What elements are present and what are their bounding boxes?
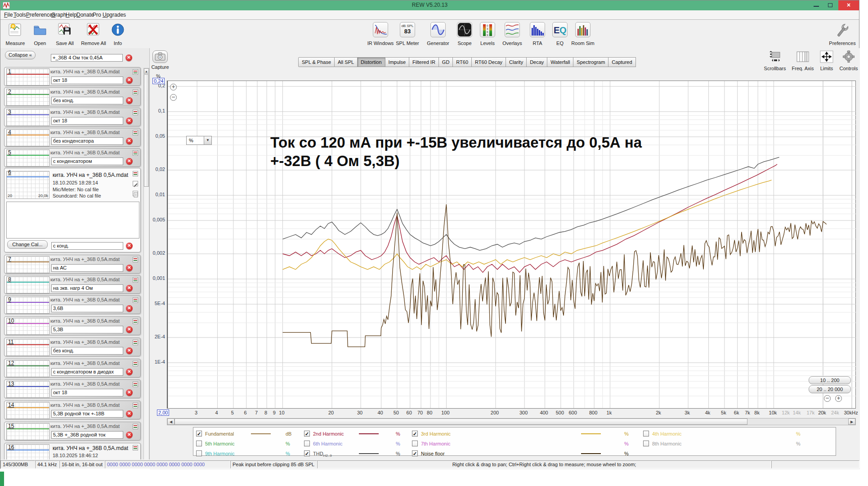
measurement-6-delete-icon[interactable]: ✕: [126, 243, 133, 249]
close-button[interactable]: ×: [838, 0, 859, 10]
measurement-card-10[interactable]: 10кита. УНЧ на +_36В 0,5А.mdat5,3В✕: [4, 316, 141, 335]
measurement-number[interactable]: 1: [8, 68, 11, 75]
menu-graph[interactable]: Graph: [51, 12, 66, 18]
chart-icon[interactable]: [133, 382, 138, 387]
tab-rt60-decay[interactable]: RT60 Decay: [472, 57, 506, 67]
measurement-card-1[interactable]: 1кита. УНЧ на +_36В 0,5А.mdatокт 18✕: [4, 67, 141, 86]
tab-distortion[interactable]: Distortion: [358, 57, 385, 67]
measurement-14-delete-icon[interactable]: ✕: [126, 410, 133, 417]
chart-icon[interactable]: [133, 171, 138, 176]
x-axis-min-box[interactable]: 2,00: [157, 410, 169, 416]
measurement-14-note-input[interactable]: 5,3В родной ток +-18В: [51, 410, 123, 418]
tab-decay[interactable]: Decay: [527, 57, 547, 67]
measurement-12-delete-icon[interactable]: ✕: [126, 369, 133, 375]
measurement-2-note-input[interactable]: без конд.: [51, 97, 123, 104]
measurement-number[interactable]: 9: [8, 297, 11, 303]
measurement-notes-box[interactable]: [6, 202, 139, 238]
measurement-9-delete-icon[interactable]: ✕: [126, 305, 133, 312]
chart-icon[interactable]: [133, 319, 138, 324]
scrollbar-thumb[interactable]: [144, 74, 149, 187]
preferences-button[interactable]: Preferences: [826, 21, 859, 46]
save-all-button[interactable]: Save All: [48, 21, 81, 46]
document-icon[interactable]: [133, 191, 138, 196]
chart-icon[interactable]: [133, 277, 138, 283]
measurement-7-note-input[interactable]: на АС: [51, 264, 123, 272]
measurement-number[interactable]: 4: [8, 129, 11, 135]
measurement-3-delete-icon[interactable]: ✕: [126, 117, 133, 124]
menu-pro-upgrades[interactable]: Pro Upgrades: [93, 12, 126, 18]
tab-spl-phase[interactable]: SPL & Phase: [298, 57, 335, 67]
controls-button[interactable]: Controls: [833, 50, 864, 71]
measurement-card-11[interactable]: 11кита. УНЧ на +_36В 0,5А.mdatбез конд.✕: [4, 338, 141, 356]
measurement-7-delete-icon[interactable]: ✕: [126, 265, 133, 271]
5th-harmonic-checkbox[interactable]: [196, 441, 202, 446]
measurement-number[interactable]: 7: [8, 256, 11, 262]
tab-clarity[interactable]: Clarity: [506, 57, 527, 67]
chart-icon[interactable]: [133, 445, 138, 450]
h-scrollbar-thumb[interactable]: [174, 418, 747, 425]
measurement-4-note-input[interactable]: без конденсатора: [51, 137, 123, 145]
top-delete-icon[interactable]: ✕: [125, 54, 132, 61]
thd-checkbox[interactable]: ✓: [304, 450, 310, 456]
measurement-card-14[interactable]: 14кита. УНЧ на +_36В 0,5А.mdat5,3В родно…: [4, 400, 141, 419]
tab-captured[interactable]: Captured: [608, 57, 635, 67]
measurement-15-note-input[interactable]: 5,3В +_36В родной ток: [51, 431, 123, 439]
chart-icon[interactable]: [133, 150, 138, 156]
tab-all-spl[interactable]: All SPL: [335, 57, 358, 67]
measurement-10-note-input[interactable]: 5,3В: [51, 326, 123, 333]
measurement-8-note-input[interactable]: на экв. нагр 4 Ом: [51, 284, 123, 292]
measurement-card-7[interactable]: 7кита. УНЧ на +_36В 0,5А.mdatна АС✕: [4, 255, 141, 274]
measurement-number[interactable]: 3: [8, 109, 11, 115]
chart-icon[interactable]: [133, 90, 138, 95]
unit-dropdown[interactable]: % ▼: [186, 136, 212, 145]
fundamental-checkbox[interactable]: ✓: [196, 431, 202, 436]
menu-file[interactable]: File: [4, 12, 13, 18]
pencil-icon[interactable]: [133, 181, 138, 186]
measurement-number[interactable]: 2: [8, 89, 11, 95]
plot-h-scrollbar[interactable]: ◀ ▶: [167, 418, 856, 425]
measurement-6-note-input[interactable]: с конд.: [51, 242, 123, 250]
measurement-card-9[interactable]: 9кита. УНЧ на +_36В 0,5А.mdat3,6В✕: [4, 295, 141, 314]
tab-waterfall[interactable]: Waterfall: [547, 57, 573, 67]
measurement-5-note-input[interactable]: с конденсатором: [51, 158, 123, 165]
noise-floor-checkbox[interactable]: ✓: [412, 450, 418, 456]
measurement-number[interactable]: 13: [8, 381, 14, 387]
measurement-12-note-input[interactable]: с конденсатором в диодах: [51, 368, 123, 376]
freq-range-20-20000-button[interactable]: 20 .. 20 000: [809, 385, 851, 393]
chart-icon[interactable]: [133, 130, 138, 135]
measurement-5-delete-icon[interactable]: ✕: [126, 158, 133, 165]
tab-gd[interactable]: GD: [439, 57, 453, 67]
measurement-11-delete-icon[interactable]: ✕: [126, 347, 133, 354]
measurements-scrollbar[interactable]: ▲ ▼: [143, 68, 149, 459]
measurement-number[interactable]: 8: [8, 276, 11, 283]
chart-icon[interactable]: [133, 297, 138, 303]
measurement-card-8[interactable]: 8кита. УНЧ на +_36В 0,5А.mdatна экв. наг…: [4, 275, 141, 294]
menu-tools[interactable]: Tools: [13, 12, 26, 18]
tab-spectrogram[interactable]: Spectrogram: [573, 57, 608, 67]
tab-filtered-ir[interactable]: Filtered IR: [409, 57, 439, 67]
measurement-number[interactable]: 16: [8, 444, 14, 450]
measurement-13-note-input[interactable]: окт 18: [51, 389, 123, 396]
chart-icon[interactable]: [133, 69, 138, 75]
7th-harmonic-checkbox[interactable]: [412, 441, 418, 446]
measurement-card-13[interactable]: 13кита. УНЧ на +_36В 0,5А.mdatокт 18✕: [4, 379, 141, 398]
measurement-number[interactable]: 15: [8, 423, 14, 429]
4th-harmonic-checkbox[interactable]: [643, 431, 649, 436]
measurement-card-5[interactable]: 5кита. УНЧ на +_36В 0,5А.mdatс конденсат…: [4, 148, 141, 167]
distortion-plot[interactable]: Ток со 120 мА при +-15В увеличивается до…: [167, 81, 856, 409]
minimize-button[interactable]: [810, 0, 823, 10]
measurement-card-16[interactable]: 16кита. УНЧ на +_36В 0,5А.mdat18.10.2025…: [4, 443, 141, 459]
zoom-in-icon[interactable]: +: [170, 84, 177, 90]
6th-harmonic-checkbox[interactable]: [304, 441, 310, 446]
tab-rt60[interactable]: RT60: [453, 57, 472, 67]
menu-help[interactable]: Help: [66, 12, 77, 18]
menu-preferences[interactable]: Preferences: [26, 12, 55, 18]
measurement-9-note-input[interactable]: 3,6В: [51, 305, 123, 312]
capture-button[interactable]: [152, 50, 168, 63]
scroll-right-icon[interactable]: ▶: [848, 418, 855, 425]
zoom-out-icon[interactable]: −: [170, 94, 177, 101]
tab-impulse[interactable]: Impulse: [385, 57, 410, 67]
room-sim-button[interactable]: Room Sim: [566, 21, 600, 46]
3rd-harmonic-checkbox[interactable]: ✓: [412, 431, 418, 436]
scrollbars-button[interactable]: Scrollbars: [759, 50, 791, 71]
